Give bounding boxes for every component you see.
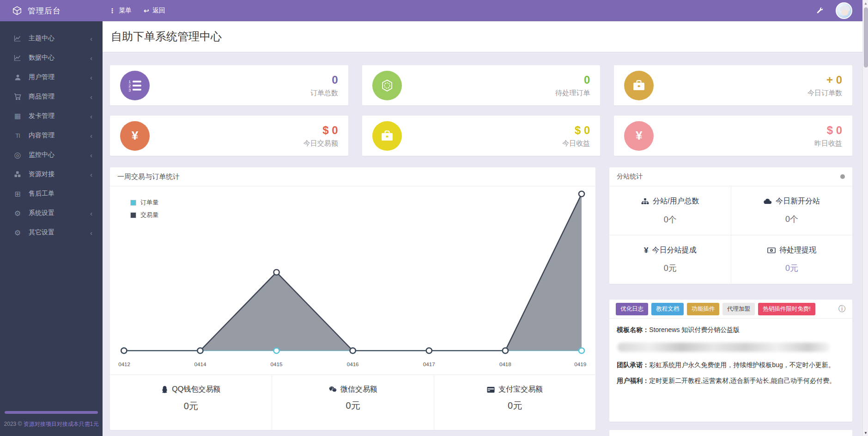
sidebar-item-user-management[interactable]: 用户管理 ‹ [0, 68, 103, 87]
substation-cell-withdrawals: 0 待处理提现 0元 [731, 235, 852, 283]
cart-icon [12, 93, 23, 100]
svg-text:0417: 0417 [423, 362, 435, 367]
wrench-icon[interactable] [816, 7, 824, 15]
cubes-icon [12, 171, 23, 178]
stat-card-total-orders: 123 0 订单总数 [110, 65, 348, 105]
chart-card-header: 一周交易与订单统计 [110, 167, 595, 186]
badge-agency[interactable]: 代理加盟 [722, 303, 755, 315]
promo-panel: 优化日志 教程文档 功能插件 代理加盟 热销插件限时免费! ⓘ 模板名称：Sto… [609, 300, 852, 422]
stat-label: 订单总数 [310, 89, 338, 98]
yen-icon: ¥ [120, 121, 150, 151]
line-chart-icon [12, 35, 23, 42]
card-icon [487, 387, 495, 393]
sidebar-item-monitor-center[interactable]: ◎ 监控中心 ‹ [0, 145, 103, 165]
team-promise-line: 团队承诺：彩虹系统用户永久免费使用，持续维护模板bug，不定时小更新。 [617, 360, 845, 370]
chevron-left-icon: ‹ [90, 229, 92, 237]
redacted-line [618, 343, 830, 352]
svg-text:0412: 0412 [118, 362, 130, 367]
main-content: 自助下单系统管理中心 123 0 订单总数 0 待处理订单 [103, 21, 862, 436]
text-icon: TI [12, 132, 23, 139]
legend-item-transactions[interactable]: 交易量 [130, 211, 158, 219]
area-chart[interactable]: 0412041404150416041704180419 订单量 交易量 [110, 186, 595, 375]
brand[interactable]: 管理后台 [0, 6, 103, 16]
briefcase-icon [372, 121, 402, 151]
chevron-left-icon: ‹ [90, 151, 92, 159]
qq-wallet-cell: QQ钱包交易额 0元 [110, 375, 272, 430]
promo-header: 优化日志 教程文档 功能插件 代理加盟 热销插件限时免费! ⓘ [609, 300, 852, 319]
yen-icon: ¥ [644, 246, 648, 255]
target-icon: ◎ [12, 150, 23, 160]
sitemap-icon [641, 198, 649, 205]
legend-swatch-transactions [130, 212, 136, 218]
money-bill-icon: 0 [767, 247, 776, 253]
svg-text:0415: 0415 [271, 362, 283, 367]
wechat-icon [329, 386, 337, 393]
back-button[interactable]: ↩ 返回 [144, 6, 165, 15]
sidebar-item-resource-docking[interactable]: 资源对接 ‹ [0, 165, 103, 184]
substation-value: 0个 [609, 214, 731, 225]
chevron-left-icon: ‹ [90, 112, 92, 120]
sidebar-item-system-settings[interactable]: ⚙ 系统设置 ‹ [0, 203, 103, 223]
substation-cell-total: 分站/用户总数 0个 [609, 186, 731, 235]
top-header: 管理后台 ⋮ 菜单 ↩ 返回 [0, 0, 868, 21]
chevron-left-icon: ‹ [90, 171, 92, 178]
sidebar-item-theme-center[interactable]: 主题中心 ‹ [0, 29, 103, 48]
svg-text:0416: 0416 [347, 362, 359, 367]
page-titlebar: 自助下单系统管理中心 [103, 21, 862, 52]
gear-icon: ⚙ [12, 209, 23, 218]
payment-summary-row: QQ钱包交易额 0元 微信交易额 0元 支付 [110, 375, 595, 430]
chevron-left-icon: ‹ [90, 54, 92, 62]
svg-text:0419: 0419 [574, 362, 586, 367]
wechat-amount: 0元 [272, 399, 433, 412]
user-avatar[interactable] [836, 2, 852, 19]
badge-changelog[interactable]: 优化日志 [616, 303, 648, 315]
sidebar-item-product-management[interactable]: 商品管理 ‹ [0, 87, 103, 106]
scrollbar-thumb[interactable] [864, 7, 868, 68]
grid-icon: ▦ [12, 112, 23, 120]
stat-value: 0 [555, 74, 590, 86]
badge-hot-free[interactable]: 热销插件限时免费! [758, 303, 815, 315]
page-title: 自助下单系统管理中心 [111, 29, 222, 44]
sidebar-footer-link[interactable]: 资源对接项目对接成本只需1元 [24, 421, 99, 427]
qq-icon [161, 386, 168, 393]
scroll-up-arrow[interactable]: ▲ [863, 0, 868, 6]
hexagon-cog-icon [372, 71, 402, 100]
legend-item-orders[interactable]: 订单量 [130, 198, 158, 207]
substation-value: 0个 [731, 214, 852, 225]
badge-docs[interactable]: 教程文档 [651, 303, 684, 315]
cube-logo-icon [12, 6, 22, 16]
stat-value: $ 0 [562, 124, 590, 137]
sidebar: 主题中心 ‹ 数据中心 ‹ 用户管理 ‹ 商品管理 ‹ ▦ 发卡管理 ‹ TI … [0, 21, 103, 436]
briefcase-icon [624, 71, 654, 100]
chart-legend[interactable]: 订单量 交易量 [130, 198, 158, 223]
line-chart-icon [12, 54, 23, 61]
chevron-left-icon: ‹ [90, 74, 92, 81]
svg-text:0418: 0418 [499, 362, 511, 367]
chevron-left-icon: ‹ [90, 35, 92, 43]
substation-cell-commission: ¥ 今日分站提成 0元 [609, 235, 731, 283]
plus-square-icon: ⊞ [12, 190, 23, 198]
sidebar-item-card-management[interactable]: ▦ 发卡管理 ‹ [0, 106, 103, 126]
substation-value: 0元 [731, 263, 852, 274]
substation-header: 分站统计 [609, 167, 852, 186]
page-scrollbar[interactable]: ▲ ▼ [862, 0, 868, 436]
qq-wallet-amount: 0元 [110, 400, 272, 412]
sidebar-item-content-management[interactable]: TI 内容管理 ‹ [0, 126, 103, 145]
alipay-amount: 0元 [434, 399, 595, 412]
sidebar-item-data-center[interactable]: 数据中心 ‹ [0, 48, 103, 68]
ordered-list-icon: 123 [120, 71, 150, 100]
stat-label: 昨日收益 [814, 139, 842, 148]
stat-label: 今日交易额 [303, 139, 338, 148]
stat-label: 待处理订单 [555, 89, 590, 98]
info-icon[interactable]: ⓘ [838, 304, 846, 314]
sidebar-item-other-settings[interactable]: ⚙ 其它设置 ‹ [0, 223, 103, 242]
scroll-down-arrow[interactable]: ▼ [863, 430, 868, 436]
cloud-icon [764, 198, 772, 204]
sidebar-item-aftersale-tickets[interactable]: ⊞ 售后工单 [0, 184, 103, 203]
stat-card-today-orders: + 0 今日订单数 [614, 65, 852, 105]
status-dot-icon [840, 174, 845, 179]
menu-toggle[interactable]: ⋮ 菜单 [109, 6, 132, 15]
stat-value: + 0 [807, 74, 842, 86]
chart-title: 一周交易与订单统计 [117, 172, 180, 181]
badge-plugins[interactable]: 功能插件 [687, 303, 719, 315]
